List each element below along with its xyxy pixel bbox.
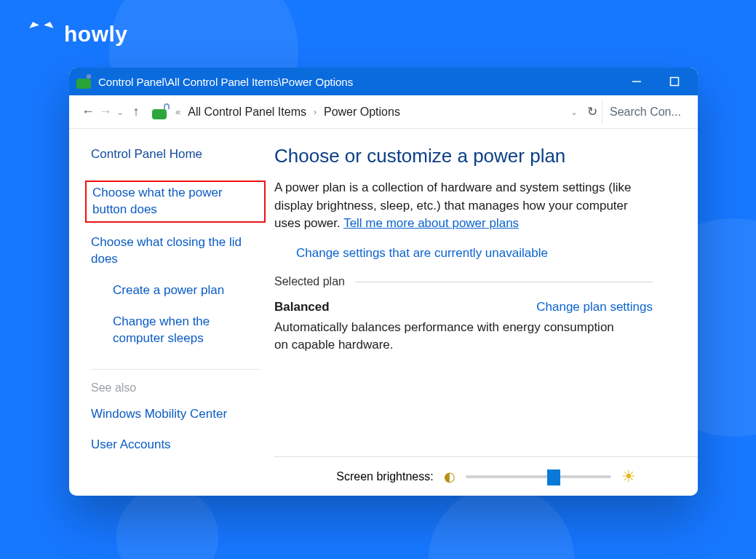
sidebar-item-create-plan[interactable]: Create a power plan [91,282,260,299]
title-bar: Control Panel\All Control Panel Items\Po… [69,68,698,95]
plan-name: Balanced [274,300,330,314]
refresh-button[interactable]: ↻ [587,104,597,119]
sidebar-item-closing-lid[interactable]: Choose what closing the lid does [91,234,260,268]
sidebar-item-label: Choose what closing the lid does [91,234,260,268]
change-plan-link[interactable]: Change plan settings [536,300,653,314]
shield-icon [91,284,106,298]
see-also-heading: See also [91,381,260,395]
sidebar-home-label: Control Panel Home [91,146,202,163]
sidebar-item-sleep[interactable]: Change when the computer sleeps [91,314,260,347]
intro-paragraph: A power plan is a collection of hardware… [274,179,653,233]
breadcrumb-power-options[interactable]: Power Options [319,103,405,122]
brightness-label: Screen brightness: [336,470,433,483]
see-also-label: Windows Mobility Center [91,406,227,423]
see-also-mobility-center[interactable]: Windows Mobility Center [91,406,260,423]
slider-thumb[interactable] [547,469,560,485]
window: Control Panel\All Control Panel Items\Po… [69,68,698,496]
breadcrumb-sep-icon: « [175,106,180,117]
window-title: Control Panel\All Control Panel Items\Po… [98,76,353,88]
up-button[interactable]: ↑ [127,104,145,119]
brightness-footer: Screen brightness: ◐ ☀ [274,456,698,496]
maximize-button[interactable] [656,68,693,95]
back-button[interactable]: ← [79,104,97,119]
brightness-high-icon: ☀ [621,467,636,486]
divider [355,282,653,282]
see-also-user-accounts[interactable]: User Accounts [91,437,260,453]
power-options-icon [151,102,171,122]
brightness-low-icon: ◐ [444,469,455,485]
search-input[interactable]: Search Con... [602,100,698,124]
power-options-icon [76,74,91,89]
sidebar: Control Panel Home Choose what the power… [69,129,274,496]
learn-more-link[interactable]: Tell me more about power plans [343,216,519,230]
shield-icon [274,247,289,262]
change-unavailable-link[interactable]: Change settings that are currently unava… [296,246,548,261]
sidebar-item-label: Change when the computer sleeps [113,314,260,347]
page-heading: Choose or customize a power plan [274,145,698,167]
minimize-button[interactable] [618,68,656,95]
moon-icon [91,315,106,330]
see-also-label: User Accounts [91,437,171,453]
sidebar-item-power-button[interactable]: Choose what the power button does [91,183,260,220]
forward-button[interactable]: → [97,104,114,119]
divider [91,369,260,370]
search-placeholder: Search Con... [610,106,681,119]
breadcrumb-all-items[interactable]: All Control Panel Items [183,103,311,122]
minimize-icon [632,76,642,87]
history-dropdown-button[interactable]: ⌄ [114,107,126,117]
decorative-circle [429,486,574,559]
sidebar-home[interactable]: Control Panel Home [91,146,260,163]
address-bar: ← → ⌄ ↑ « All Control Panel Items › Powe… [69,95,698,129]
slider-track [466,475,611,478]
brightness-slider[interactable] [466,472,611,482]
maximize-icon [669,76,680,87]
address-dropdown-button[interactable]: ⌄ [568,107,580,117]
sidebar-item-label: Create a power plan [113,282,224,299]
svg-rect-1 [671,78,679,86]
brand-name: howly [64,22,128,47]
main-content: Choose or customize a power plan A power… [274,129,698,496]
chevron-right-icon[interactable]: › [314,107,317,117]
owl-icon [26,20,57,48]
decorative-circle [116,486,218,559]
selected-plan-heading: Selected plan [274,275,345,288]
sidebar-item-label: Choose what the power button does [85,181,266,223]
plan-description: Automatically balances performance with … [274,319,624,354]
howly-logo: howly [26,20,128,48]
